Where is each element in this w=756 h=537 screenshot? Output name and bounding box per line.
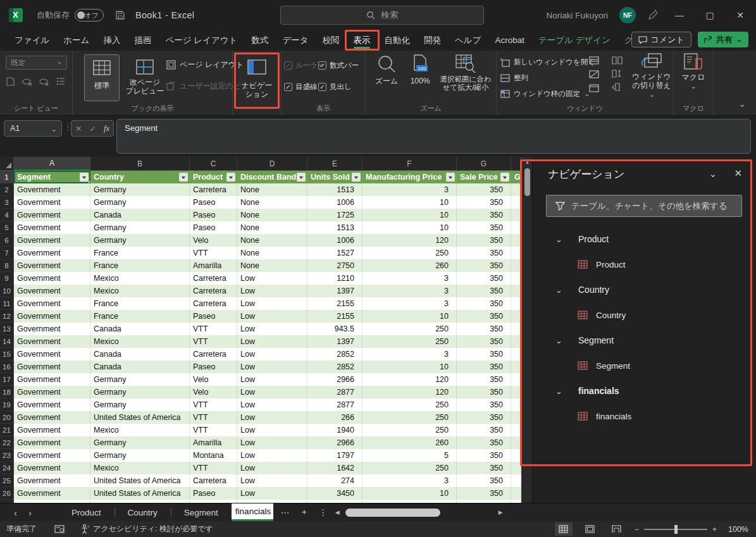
cell-units[interactable]: 1513: [307, 183, 363, 196]
cell-units[interactable]: 2966: [307, 436, 363, 449]
row-header-10[interactable]: 10: [0, 285, 14, 297]
cell-sprice[interactable]: 350: [457, 234, 511, 247]
cell-band[interactable]: Low: [237, 310, 307, 323]
column-header-B[interactable]: B: [90, 157, 190, 171]
cell-mprice[interactable]: 120: [363, 234, 457, 247]
row-header-8[interactable]: 8: [0, 259, 14, 272]
cell-units[interactable]: 1940: [307, 424, 363, 436]
cell-product[interactable]: VTT: [190, 398, 237, 411]
row-header-14[interactable]: 14: [0, 335, 14, 348]
cell-product[interactable]: Carretera: [190, 272, 237, 285]
filter-button[interactable]: [446, 173, 455, 182]
reset-window-position-icon[interactable]: [612, 83, 623, 91]
cell-mprice[interactable]: 250: [363, 462, 457, 474]
cell-product[interactable]: VTT: [190, 424, 237, 436]
normal-view-button[interactable]: 標準: [84, 54, 120, 101]
cell-segment[interactable]: Government: [14, 234, 90, 247]
cell-mprice[interactable]: 250: [363, 323, 457, 335]
row-header-23[interactable]: 23: [0, 449, 14, 462]
column-header-A[interactable]: A: [14, 157, 90, 171]
header-cell[interactable]: Discount Band: [237, 171, 307, 183]
cell-sprice[interactable]: 350: [457, 221, 511, 234]
cell-country[interactable]: Mexico: [90, 462, 190, 474]
display-settings-icon[interactable]: [54, 525, 65, 534]
cell-band[interactable]: Low: [237, 436, 307, 449]
cell-band[interactable]: Low: [237, 272, 307, 285]
cell-mprice[interactable]: 3: [363, 285, 457, 297]
cell-units[interactable]: 1527: [307, 247, 363, 259]
header-cell[interactable]: Product: [190, 171, 237, 183]
cell-sprice[interactable]: 350: [457, 259, 511, 272]
cell-mprice[interactable]: 10: [363, 487, 457, 500]
cell-segment[interactable]: Government: [14, 436, 90, 449]
cell-country[interactable]: Mexico: [90, 335, 190, 348]
chevron-down-icon[interactable]: ⌄: [555, 235, 564, 244]
cell-sprice[interactable]: 350: [457, 386, 511, 398]
cell-product[interactable]: VTT: [190, 323, 237, 335]
cell-sprice[interactable]: 350: [457, 348, 511, 361]
cell-segment[interactable]: Government: [14, 462, 90, 474]
cell-units[interactable]: 1513: [307, 221, 363, 234]
cell-country[interactable]: Germany: [90, 234, 190, 247]
cell-mprice[interactable]: 10: [363, 196, 457, 209]
cell-country[interactable]: France: [90, 259, 190, 272]
cell-mprice[interactable]: 3: [363, 183, 457, 196]
cell-product[interactable]: VTT: [190, 462, 237, 474]
cell-band[interactable]: Low: [237, 411, 307, 424]
vertical-scrollbar-thumb[interactable]: [524, 168, 530, 196]
freeze-panes-button[interactable]: ウィンドウ枠の固定 ⌄: [500, 89, 590, 99]
chevron-down-icon[interactable]: ⌄: [555, 285, 564, 295]
header-cell[interactable]: Country: [90, 171, 190, 183]
sheet-tab-country[interactable]: Country: [115, 503, 171, 521]
cell-sprice[interactable]: 350: [457, 297, 511, 310]
filter-button[interactable]: [352, 173, 361, 182]
cell-product[interactable]: Paseo: [190, 221, 237, 234]
page-break-view-icon[interactable]: [608, 522, 626, 536]
keep-sheet-view-icon[interactable]: [6, 77, 15, 86]
row-header-26[interactable]: 26: [0, 487, 14, 500]
zoom-slider-thumb[interactable]: [674, 525, 678, 534]
cell-sprice[interactable]: 350: [457, 247, 511, 259]
cell-segment[interactable]: Government: [14, 386, 90, 398]
cell-band[interactable]: Low: [237, 373, 307, 386]
cell-mprice[interactable]: 10: [363, 221, 457, 234]
cell-units[interactable]: 1397: [307, 285, 363, 297]
cell-band[interactable]: Low: [237, 398, 307, 411]
cell-units[interactable]: 3450: [307, 487, 363, 500]
cell-product[interactable]: Montana: [190, 449, 237, 462]
cell-country[interactable]: Canada: [90, 209, 190, 221]
row-header-13[interactable]: 13: [0, 323, 14, 335]
more-sheets-icon[interactable]: ⋯: [281, 507, 290, 517]
menu-tab-data[interactable]: データ: [275, 30, 315, 51]
menu-tab-draw[interactable]: 描画: [127, 30, 158, 51]
cell-units[interactable]: 1210: [307, 272, 363, 285]
cell-units[interactable]: 2155: [307, 310, 363, 323]
cell-country[interactable]: Mexico: [90, 272, 190, 285]
maximize-button[interactable]: ▢: [700, 10, 719, 20]
exit-sheet-view-icon[interactable]: [22, 77, 32, 86]
cell-country[interactable]: Germany: [90, 449, 190, 462]
sheet-scroll-left-icon[interactable]: ‹: [14, 507, 17, 518]
cell-band[interactable]: Low: [237, 285, 307, 297]
nav-item-financials-table[interactable]: financials: [533, 404, 756, 429]
cell-sprice[interactable]: 350: [457, 183, 511, 196]
cell-segment[interactable]: Government: [14, 449, 90, 462]
cell-sprice[interactable]: 350: [457, 209, 511, 221]
cell-segment[interactable]: Government: [14, 411, 90, 424]
cell-sprice[interactable]: 350: [457, 285, 511, 297]
cell-segment[interactable]: Government: [14, 221, 90, 234]
cell-segment[interactable]: Government: [14, 209, 90, 221]
cell-country[interactable]: Germany: [90, 183, 190, 196]
cell-segment[interactable]: Government: [14, 297, 90, 310]
sheet-scroll-right-icon[interactable]: ›: [28, 507, 32, 518]
cell-segment[interactable]: Government: [14, 398, 90, 411]
cell-mprice[interactable]: 5: [363, 449, 457, 462]
row-header-21[interactable]: 21: [0, 424, 14, 436]
nav-group-segment-sheet[interactable]: ⌄Segment: [533, 328, 756, 353]
cell-sprice[interactable]: 350: [457, 449, 511, 462]
menu-tab-review[interactable]: 校閲: [316, 30, 347, 51]
cell-product[interactable]: VTT: [190, 335, 237, 348]
cell-segment[interactable]: Government: [14, 259, 90, 272]
zoom-slider[interactable]: − +: [635, 525, 717, 534]
cell-country[interactable]: Canada: [90, 323, 190, 335]
